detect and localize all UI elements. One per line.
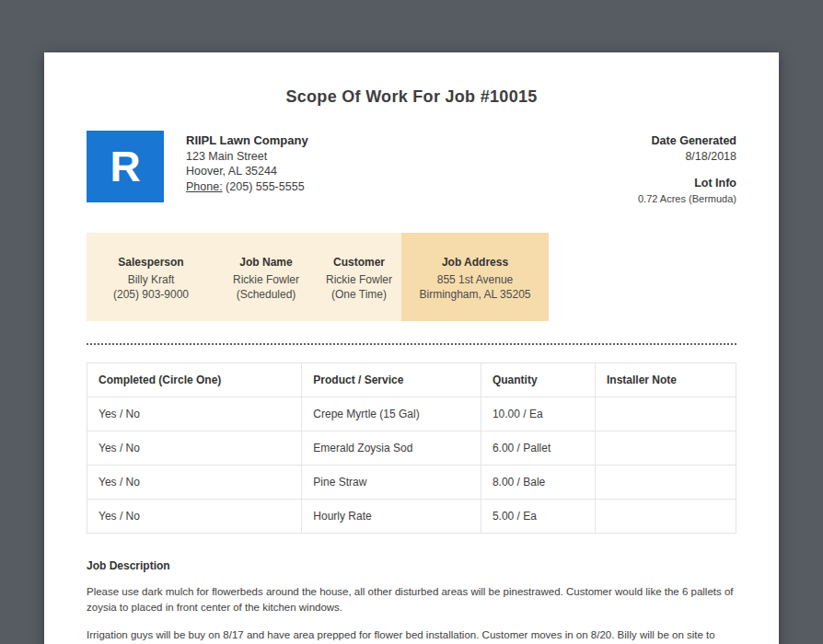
- phone-value: (205) 555-5555: [226, 180, 304, 193]
- company-block: R RIIPL Lawn Company 123 Main Street Hoo…: [87, 131, 308, 202]
- quantity-cell: 6.00 / Pallet: [481, 431, 595, 466]
- job-name-status: (Scheduled): [215, 287, 317, 302]
- header-product-service: Product / Service: [302, 363, 481, 397]
- salesperson-name: Billy Kraft: [87, 272, 215, 287]
- scope-of-work-table: Completed (Circle One) Product / Service…: [87, 362, 736, 534]
- phone-label: Phone:: [186, 180, 223, 193]
- product-cell: Hourly Rate: [302, 500, 481, 534]
- customer-name: Rickie Fowler: [317, 272, 401, 287]
- job-name-value: Rickie Fowler: [215, 272, 317, 287]
- header-quantity: Quantity: [481, 363, 595, 397]
- product-cell: Emerald Zoysia Sod: [302, 431, 481, 466]
- company-info: RIIPL Lawn Company 123 Main Street Hoove…: [186, 131, 308, 194]
- installer-note-cell: [596, 431, 736, 466]
- header-installer-note: Installer Note: [596, 363, 736, 397]
- table-row: Yes / No Emerald Zoysia Sod 6.00 / Palle…: [87, 431, 736, 466]
- installer-note-cell: [596, 500, 736, 534]
- completed-cell: Yes / No: [87, 500, 302, 534]
- job-name-label: Job Name: [215, 256, 317, 269]
- job-description-heading: Job Description: [87, 559, 736, 572]
- salesperson-phone: (205) 903-9000: [87, 287, 215, 302]
- product-cell: Crepe Myrtle (15 Gal): [302, 397, 481, 431]
- table-row: Yes / No Pine Straw 8.00 / Bale: [87, 466, 736, 500]
- job-info-bar: Salesperson Billy Kraft (205) 903-9000 J…: [87, 233, 736, 321]
- job-description-paragraph: Please use dark mulch for flowerbeds aro…: [87, 584, 736, 615]
- company-name: RIIPL Lawn Company: [186, 133, 308, 149]
- table-header-row: Completed (Circle One) Product / Service…: [87, 363, 736, 397]
- completed-cell: Yes / No: [87, 466, 302, 500]
- completed-cell: Yes / No: [87, 397, 302, 431]
- company-address-line1: 123 Main Street: [186, 149, 308, 165]
- salesperson-cell: Salesperson Billy Kraft (205) 903-9000: [87, 233, 215, 321]
- job-name-cell: Job Name Rickie Fowler (Scheduled): [215, 233, 317, 321]
- company-address-line2: Hoover, AL 35244: [186, 164, 308, 179]
- logo-letter: R: [110, 142, 140, 191]
- customer-label: Customer: [317, 256, 401, 269]
- installer-note-cell: [596, 466, 736, 500]
- product-cell: Pine Straw: [302, 466, 481, 500]
- quantity-cell: 8.00 / Bale: [481, 466, 595, 500]
- company-logo: R: [87, 131, 164, 202]
- header-completed: Completed (Circle One): [87, 363, 302, 397]
- table-row: Yes / No Crepe Myrtle (15 Gal) 10.00 / E…: [87, 397, 736, 431]
- installer-note-cell: [596, 397, 736, 431]
- dotted-divider: [87, 343, 736, 345]
- job-address-line1: 855 1st Avenue: [401, 272, 549, 287]
- page-title: Scope Of Work For Job #10015: [87, 87, 736, 107]
- quantity-cell: 5.00 / Ea: [481, 500, 595, 534]
- company-phone: Phone: (205) 555-5555: [186, 179, 308, 195]
- job-description-paragraph: Irrigation guys will be buy on 8/17 and …: [87, 627, 736, 644]
- job-address-label: Job Address: [401, 256, 549, 269]
- document-header: R RIIPL Lawn Company 123 Main Street Hoo…: [87, 131, 736, 206]
- date-generated-label: Date Generated: [638, 133, 736, 149]
- lot-info-value: 0.72 Acres (Bermuda): [638, 191, 736, 207]
- quantity-cell: 10.00 / Ea: [481, 397, 595, 431]
- job-address-cell: Job Address 855 1st Avenue Birmingham, A…: [401, 233, 549, 321]
- customer-cell: Customer Rickie Fowler (One Time): [317, 233, 401, 321]
- document-page: Scope Of Work For Job #10015 R RIIPL Law…: [44, 52, 779, 644]
- customer-type: (One Time): [317, 287, 401, 302]
- job-address-line2: Birmingham, AL 35205: [401, 287, 549, 302]
- lot-info-label: Lot Info: [638, 176, 736, 191]
- salesperson-label: Salesperson: [87, 256, 215, 269]
- date-generated-value: 8/18/2018: [638, 149, 736, 165]
- document-meta: Date Generated 8/18/2018 Lot Info 0.72 A…: [638, 131, 736, 206]
- table-row: Yes / No Hourly Rate 5.00 / Ea: [87, 500, 736, 534]
- completed-cell: Yes / No: [87, 431, 302, 466]
